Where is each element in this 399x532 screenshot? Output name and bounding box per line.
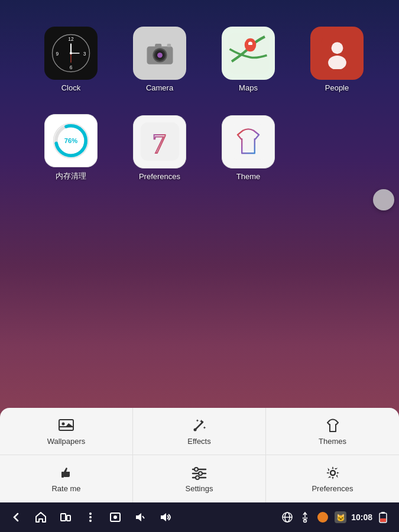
preferences-gear-icon bbox=[325, 465, 341, 481]
themes-shirt-icon bbox=[325, 417, 341, 434]
home-button[interactable] bbox=[34, 510, 48, 524]
memory-label: 内存清理 bbox=[56, 171, 86, 181]
screenshot-button[interactable] bbox=[108, 510, 122, 524]
sheet-effects[interactable]: ✦ ✦ ✦ Effects bbox=[133, 408, 266, 455]
back-button[interactable] bbox=[9, 510, 23, 524]
rate-me-label: Rate me bbox=[51, 484, 80, 493]
settings-sliders-icon bbox=[191, 465, 207, 481]
maps-label: Maps bbox=[239, 83, 258, 92]
volume-down-button[interactable] bbox=[133, 510, 147, 524]
clock-time: 10:08 bbox=[351, 512, 372, 522]
svg-marker-55 bbox=[161, 513, 166, 521]
svg-rect-15 bbox=[167, 44, 171, 47]
svg-rect-14 bbox=[155, 44, 161, 48]
app-maps[interactable]: Maps bbox=[207, 18, 290, 100]
svg-point-32 bbox=[62, 422, 65, 425]
sheet-wallpapers[interactable]: Wallpapers bbox=[0, 408, 133, 455]
svg-rect-46 bbox=[61, 514, 66, 521]
people-icon bbox=[310, 27, 364, 80]
bottom-sheet: Wallpapers ✦ ✦ ✦ Effects Themes Rate me bbox=[0, 408, 399, 502]
clock-label: Clock bbox=[61, 83, 81, 92]
app-grid: 12 3 6 9 Clock bbox=[30, 18, 378, 189]
svg-point-40 bbox=[194, 468, 198, 471]
effects-label: Effects bbox=[187, 437, 211, 446]
battery-icon bbox=[376, 510, 390, 524]
svg-point-13 bbox=[157, 53, 163, 58]
maps-icon bbox=[222, 27, 275, 80]
app-people[interactable]: People bbox=[296, 18, 378, 100]
preferences-app-label: Preferences bbox=[139, 172, 180, 181]
svg-rect-67 bbox=[381, 512, 385, 514]
camera-label: Camera bbox=[146, 83, 173, 92]
character-icon: 🐱 bbox=[333, 510, 348, 524]
wallpapers-icon bbox=[58, 417, 74, 434]
svg-rect-68 bbox=[380, 518, 386, 522]
svg-point-44 bbox=[196, 476, 199, 479]
svg-text:✦: ✦ bbox=[203, 426, 206, 430]
svg-point-49 bbox=[89, 516, 92, 518]
nav-left-controls bbox=[9, 510, 172, 524]
svg-text:7: 7 bbox=[152, 128, 166, 159]
preferences-icon: 7 bbox=[133, 115, 186, 168]
effects-icon: ✦ ✦ ✦ bbox=[191, 417, 207, 434]
svg-text:3: 3 bbox=[83, 50, 86, 56]
svg-text:12: 12 bbox=[68, 36, 74, 42]
floating-button[interactable] bbox=[373, 189, 394, 210]
svg-point-63 bbox=[317, 512, 328, 523]
svg-text:76%: 76% bbox=[64, 137, 77, 144]
svg-point-52 bbox=[113, 515, 117, 519]
themes-label: Themes bbox=[319, 437, 346, 446]
people-label: People bbox=[325, 83, 349, 92]
svg-marker-53 bbox=[136, 513, 141, 521]
globe-icon bbox=[280, 510, 294, 524]
svg-point-48 bbox=[89, 512, 92, 515]
nav-bar: 🐱 10:08 bbox=[0, 502, 399, 532]
menu-button[interactable] bbox=[83, 510, 98, 524]
svg-text:✦: ✦ bbox=[199, 419, 204, 424]
svg-line-54 bbox=[142, 516, 144, 518]
rate-me-icon bbox=[58, 465, 74, 481]
app-preferences[interactable]: 7 Preferences bbox=[118, 106, 201, 189]
app-theme[interactable]: Theme bbox=[207, 106, 290, 189]
app-empty bbox=[296, 106, 378, 189]
clock-icon: 12 3 6 9 bbox=[44, 27, 98, 80]
svg-rect-38 bbox=[61, 472, 64, 478]
svg-rect-30 bbox=[59, 420, 73, 430]
app-clock[interactable]: 12 3 6 9 Clock bbox=[30, 18, 112, 100]
wallpapers-label: Wallpapers bbox=[47, 437, 86, 446]
sheet-preferences[interactable]: Preferences bbox=[266, 455, 399, 502]
sheet-rate-me[interactable]: Rate me bbox=[0, 455, 133, 502]
svg-point-50 bbox=[89, 520, 92, 522]
svg-point-22 bbox=[328, 56, 346, 69]
recent-apps-button[interactable] bbox=[59, 510, 73, 524]
svg-point-45 bbox=[330, 471, 335, 475]
usb-icon bbox=[298, 510, 312, 524]
theme-label: Theme bbox=[236, 172, 260, 181]
svg-point-34 bbox=[194, 428, 197, 431]
svg-rect-47 bbox=[67, 515, 70, 521]
svg-text:9: 9 bbox=[56, 50, 59, 56]
status-bar-right: 🐱 10:08 bbox=[280, 510, 390, 524]
svg-text:🐱: 🐱 bbox=[336, 513, 345, 522]
memory-icon: 76% bbox=[44, 114, 98, 167]
svg-point-21 bbox=[331, 42, 343, 54]
sheet-themes[interactable]: Themes bbox=[266, 408, 399, 455]
camera-icon bbox=[133, 27, 186, 80]
sheet-settings[interactable]: Settings bbox=[133, 455, 266, 502]
svg-point-8 bbox=[70, 51, 72, 54]
notification-icon bbox=[316, 510, 330, 524]
settings-label: Settings bbox=[186, 484, 213, 493]
svg-text:6: 6 bbox=[70, 64, 73, 70]
svg-text:✦: ✦ bbox=[196, 419, 199, 423]
app-camera[interactable]: Camera bbox=[118, 18, 201, 100]
preferences-sheet-label: Preferences bbox=[312, 484, 353, 493]
theme-icon bbox=[222, 115, 275, 168]
volume-up-button[interactable] bbox=[158, 510, 172, 524]
svg-point-42 bbox=[199, 472, 202, 475]
app-memory[interactable]: 76% 内存清理 bbox=[30, 106, 112, 189]
